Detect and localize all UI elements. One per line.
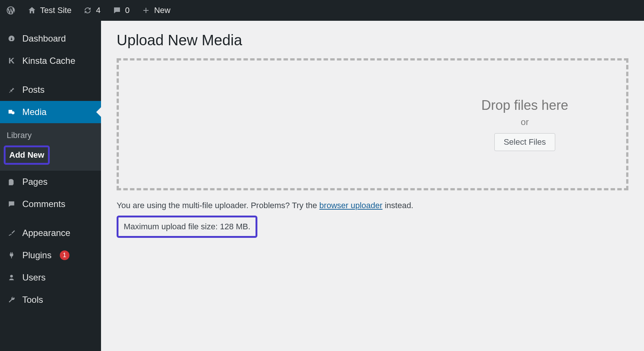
max-upload-size: Maximum upload file size: 128 MB. (118, 217, 256, 236)
pin-icon (7, 86, 16, 94)
comment-icon (113, 6, 121, 15)
updates-count: 4 (96, 6, 100, 15)
wordpress-icon (6, 6, 16, 15)
sidebar-subitem-label: Add New (9, 150, 44, 160)
sidebar-item-tools[interactable]: Tools (0, 289, 101, 311)
dropzone-text: Drop files here (481, 98, 568, 113)
sidebar-item-label: Kinsta Cache (22, 56, 75, 66)
brush-icon (7, 229, 16, 237)
sidebar-subitem-library[interactable]: Library (0, 126, 101, 145)
site-name-label: Test Site (40, 6, 71, 15)
note-prefix: You are using the multi-file uploader. P… (117, 201, 319, 210)
sidebar-item-appearance[interactable]: Appearance (0, 222, 101, 244)
sidebar-subitem-add-new[interactable]: Add New (4, 145, 50, 165)
sidebar-item-label: Users (22, 272, 46, 283)
dropzone-or: or (481, 117, 568, 127)
sidebar-item-dashboard[interactable]: Dashboard (0, 27, 101, 50)
media-submenu: Library Add New (0, 123, 101, 171)
sidebar-item-kinsta-cache[interactable]: K Kinsta Cache (0, 50, 101, 72)
sidebar-item-label: Plugins (22, 250, 52, 260)
sidebar-item-label: Posts (22, 85, 45, 95)
wrench-icon (7, 296, 16, 304)
sidebar-item-users[interactable]: Users (0, 266, 101, 289)
comments-icon (7, 200, 16, 208)
plus-icon (142, 6, 150, 15)
site-name-link[interactable]: Test Site (22, 0, 77, 21)
wp-logo[interactable] (0, 0, 22, 21)
plugin-icon (7, 251, 16, 259)
main-content: Upload New Media Drop files here or Sele… (101, 21, 644, 351)
sidebar-subitem-label: Library (7, 131, 32, 140)
sidebar-item-label: Pages (22, 177, 48, 187)
comments-count: 0 (125, 6, 130, 15)
user-icon (7, 273, 16, 282)
comments-link[interactable]: 0 (107, 0, 136, 21)
pages-icon (7, 178, 16, 186)
new-label: New (154, 6, 170, 15)
sidebar-item-pages[interactable]: Pages (0, 171, 101, 193)
admin-sidebar: Dashboard K Kinsta Cache Posts Media Lib… (0, 21, 101, 351)
sidebar-item-comments[interactable]: Comments (0, 193, 101, 215)
sidebar-item-label: Appearance (22, 228, 70, 238)
new-content-link[interactable]: New (136, 0, 176, 21)
plugins-badge: 1 (60, 250, 69, 260)
sidebar-item-media[interactable]: Media (0, 101, 101, 123)
sidebar-item-label: Media (22, 107, 46, 117)
sidebar-item-posts[interactable]: Posts (0, 79, 101, 101)
updates-link[interactable]: 4 (77, 0, 106, 21)
max-upload-highlight: Maximum upload file size: 128 MB. (117, 216, 257, 238)
home-icon (27, 6, 36, 15)
refresh-icon (83, 6, 92, 15)
select-files-button[interactable]: Select Files (494, 133, 555, 151)
sidebar-item-label: Dashboard (22, 33, 66, 44)
admin-toolbar: Test Site 4 0 New (0, 0, 644, 21)
browser-uploader-link[interactable]: browser uploader (319, 201, 383, 210)
dashboard-icon (7, 34, 16, 43)
upload-dropzone[interactable]: Drop files here or Select Files (117, 58, 628, 190)
uploader-note: You are using the multi-file uploader. P… (117, 201, 628, 210)
sidebar-item-label: Comments (22, 199, 65, 209)
kinsta-icon: K (7, 56, 16, 66)
page-title: Upload New Media (117, 32, 628, 49)
sidebar-item-label: Tools (22, 295, 43, 305)
media-icon (7, 108, 16, 117)
note-suffix: instead. (383, 201, 413, 210)
sidebar-item-plugins[interactable]: Plugins 1 (0, 244, 101, 266)
